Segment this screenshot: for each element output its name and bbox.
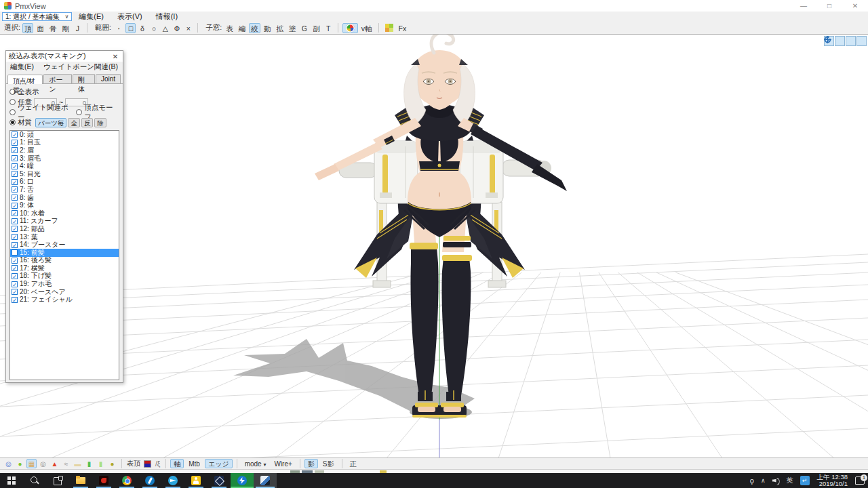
material-filter-button[interactable]: 反 [81,118,94,127]
material-checkbox[interactable] [12,140,18,146]
range-mode-button[interactable]: ・ [113,23,125,33]
subwindow-button[interactable]: 塗 [287,23,298,33]
subwindow-button[interactable]: G [299,23,309,33]
material-checkbox[interactable] [12,249,18,256]
subwindow-button[interactable]: 表 [224,23,235,33]
select-mode-button[interactable]: 面 [35,23,46,33]
maximize-button[interactable]: □ [816,0,842,12]
material-checkbox[interactable] [12,297,18,303]
wire-mode-button[interactable]: Wire+ [271,459,295,468]
subwindow-button[interactable]: 編 [237,23,248,33]
panel-tab[interactable]: 頂点/材質 [7,75,43,84]
gear-display-icon[interactable]: ● [107,459,117,468]
range-mode-button[interactable]: δ [137,23,147,33]
menu-item[interactable]: 情報(I) [149,12,184,22]
chrome-browser[interactable] [115,473,138,488]
material-checkbox[interactable] [12,195,18,201]
radio-material[interactable] [9,119,16,125]
rigid-display-icon[interactable]: ▮ [84,459,94,468]
taskbar-clock[interactable]: 上午 12:38 2019/10/1 [813,474,852,487]
panel-menu-item[interactable]: 編集(E) [10,62,34,72]
point-display-icon[interactable]: ◎ [38,459,48,468]
shadow-toggle-button[interactable]: 影 [304,459,318,468]
material-checkbox[interactable] [12,186,18,192]
plane-display-icon[interactable]: ▬ [73,459,83,468]
task-view-button[interactable] [46,473,69,488]
fx-button[interactable]: Fx [397,23,409,33]
tray-overflow-icon[interactable]: ϙ [747,473,757,488]
display-toggle-button[interactable]: Mtb [185,459,203,468]
range-mode-button[interactable]: ○ [149,23,159,33]
pmx-editor-app[interactable] [254,473,277,488]
volume-icon[interactable] [769,473,783,488]
view-rotate-button[interactable] [856,36,867,46]
material-checkbox[interactable] [12,131,18,138]
material-checkbox[interactable] [12,210,18,216]
select-mode-button[interactable]: 骨 [47,23,59,33]
material-checkbox[interactable] [12,155,18,161]
subwindow-button[interactable]: 動 [262,23,273,33]
material-checkbox[interactable] [12,258,18,264]
quad-view-button[interactable] [383,23,395,33]
mode-dropdown[interactable]: mode ▾ [241,459,270,468]
material-filter-button[interactable]: 全 [68,118,80,127]
wire-display-icon[interactable]: ≈ [61,459,71,468]
masking-panel-titlebar[interactable]: 絞込み表示(マスキング) ✕ [6,51,123,62]
material-checkbox[interactable] [12,281,18,287]
select-mode-button[interactable]: 剛 [60,23,71,33]
chevron-up-icon[interactable]: ∧ [757,473,769,488]
subwindow-button[interactable]: 拡 [274,23,285,33]
menu-item[interactable]: 表示(V) [111,12,149,22]
material-checkbox[interactable] [12,234,18,240]
front-vertex-label[interactable]: 表頂 [127,459,140,468]
range-mode-button[interactable]: Φ [172,23,182,33]
bone-display-icon[interactable]: ● [15,459,25,468]
mesh-display-icon[interactable]: ▦ [26,459,37,468]
material-checkbox[interactable] [12,147,18,153]
material-checkbox[interactable] [12,265,18,271]
vertex-color-swatch[interactable] [144,460,151,468]
edit-mode-select[interactable]: 1: 選択 / 基本編集 ∨ [2,12,72,21]
file-explorer[interactable] [69,473,92,488]
material-checkbox[interactable] [12,242,18,248]
range-mode-button[interactable]: △ [160,23,170,33]
minimize-button[interactable]: — [791,0,816,12]
vertex-display-icon[interactable]: ◎ [3,459,14,468]
material-checkbox[interactable] [12,163,18,169]
action-center-icon[interactable]: 1 [852,473,868,488]
material-checkbox[interactable] [12,203,18,209]
panel-tab[interactable]: Joint [96,74,121,83]
select-mode-button[interactable]: J [73,23,83,33]
material-list[interactable]: 0: 頭 1: 目玉 2: 眉 3: 眉毛 4: 瞳 [9,130,119,380]
docs-app[interactable] [184,473,208,488]
view-zoom-button[interactable] [846,36,856,46]
range-mode-button[interactable]: □ [125,23,136,33]
radio-range[interactable] [9,99,16,105]
material-checkbox[interactable] [12,171,18,177]
menu-item[interactable]: 編集(E) [72,12,111,22]
panel-menu-item[interactable]: ウェイトボーン関連(B) [43,62,118,72]
shadow-toggle-button[interactable]: S影 [319,459,338,468]
view-move-button[interactable] [835,36,845,46]
telegram-app[interactable] [161,473,184,488]
flash-app[interactable] [231,473,254,488]
material-filter-button[interactable]: 除 [94,118,106,127]
select-mode-button[interactable]: 頂 [22,23,34,33]
start-button[interactable] [0,473,23,488]
ime-mode-icon[interactable]: ↵ [797,473,813,488]
material-checkbox[interactable] [12,273,18,279]
joint-display-icon[interactable]: ▮ [96,459,106,468]
material-checkbox[interactable] [12,289,18,295]
front-view-button[interactable]: 正 [347,459,360,468]
material-checkbox[interactable] [12,226,18,232]
material-row[interactable]: 21: フェイシャル [10,296,119,304]
subwindow-button[interactable]: 副 [311,23,322,33]
vaxis-button[interactable]: v軸 [359,23,374,33]
subwindow-button[interactable]: T [323,23,334,33]
quill-app[interactable] [138,473,161,488]
display-toggle-button[interactable]: エッジ [205,459,233,468]
material-filter-button[interactable]: パーツ毎 [35,118,66,127]
search-button[interactable] [23,473,46,488]
radio-weight-bone[interactable] [9,109,16,115]
uv-toggle[interactable]: /ξ [155,460,160,468]
